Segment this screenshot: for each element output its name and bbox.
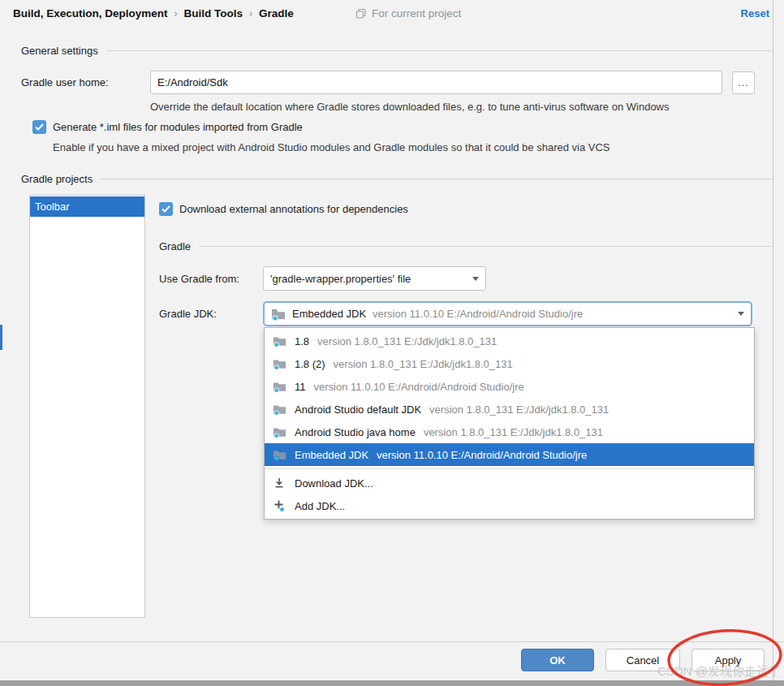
footer-divider (0, 641, 784, 642)
gradle-user-home-label: Gradle user home: (21, 76, 109, 88)
project-name: Toolbar (35, 201, 70, 213)
generate-iml-checkbox[interactable] (32, 120, 46, 134)
right-panel-divider (773, 0, 773, 680)
generate-iml-label[interactable]: Generate *.iml files for modules importe… (53, 121, 303, 133)
gradle-jdk-label: Gradle JDK: (159, 308, 217, 320)
scope-label: For current project (372, 7, 461, 19)
jdk-option-1-8-2[interactable]: 1.8 (2) version 1.8.0_131 E:/Jdk/jdk1.8.… (265, 352, 754, 375)
gradle-projects-list: Toolbar (29, 195, 145, 618)
section-divider (101, 179, 773, 179)
jdk-folder-icon (273, 380, 286, 394)
gradle-jdk-selected-name: Embedded JDK (292, 308, 366, 320)
download-jdk-option[interactable]: Download JDK... (265, 472, 754, 494)
breadcrumb: Build, Execution, Deployment › Build Too… (13, 7, 294, 19)
gradle-section-header: Gradle (159, 240, 773, 252)
watermark: CSDN @发现你走远了 (657, 664, 781, 680)
ok-button[interactable]: OK (521, 649, 594, 671)
gradle-projects-section-header: Gradle projects (21, 173, 773, 185)
download-icon (273, 477, 286, 490)
dropdown-divider (265, 468, 754, 469)
general-settings-section-header: General settings (21, 45, 773, 57)
use-gradle-from-label: Use Gradle from: (159, 273, 239, 285)
reset-link[interactable]: Reset (741, 7, 769, 19)
jdk-option-android-studio-java-home[interactable]: Android Studio java home version 1.8.0_1… (265, 421, 754, 443)
jdk-folder-icon (273, 403, 286, 416)
add-jdk-option[interactable]: Add JDK... (265, 494, 754, 517)
jdk-folder-icon (271, 308, 286, 321)
breadcrumb-item-gradle[interactable]: Gradle (259, 7, 294, 19)
jdk-option-embedded-jdk[interactable]: Embedded JDK version 11.0.10 E:/Android/… (265, 443, 754, 466)
download-annotations-checkbox[interactable] (159, 202, 173, 216)
jdk-folder-icon (273, 448, 286, 462)
chevron-down-icon (738, 312, 744, 316)
jdk-option-11[interactable]: 11 version 11.0.10 E:/Android/Android St… (265, 375, 754, 398)
use-gradle-from-value: 'gradle-wrapper.properties' file (270, 273, 466, 285)
scope-indicator: For current project (355, 7, 461, 19)
add-icon (273, 499, 286, 513)
section-title: Gradle projects (21, 173, 93, 185)
browse-button[interactable]: ... (732, 71, 755, 94)
gradle-jdk-select[interactable]: Embedded JDK version 11.0.10 E:/Android/… (263, 301, 752, 326)
jdk-folder-icon (273, 425, 286, 439)
section-divider (106, 50, 773, 51)
list-item-toolbar[interactable]: Toolbar (30, 196, 144, 217)
project-scope-icon (355, 8, 367, 19)
gradle-jdk-dropdown-popup: 1.8 version 1.8.0_131 E:/Jdk/jdk1.8.0_13… (264, 327, 755, 520)
breadcrumb-separator-icon: › (248, 8, 253, 19)
download-annotations-row: Download external annotations for depend… (159, 202, 408, 216)
chevron-down-icon (472, 277, 479, 281)
breadcrumb-separator-icon: › (174, 8, 179, 19)
gradle-user-home-input[interactable]: E:/Android/Sdk (150, 71, 722, 94)
generate-iml-hint: Enable if you have a mixed project with … (53, 141, 610, 153)
use-gradle-from-select[interactable]: 'gradle-wrapper.properties' file (263, 266, 486, 291)
gradle-jdk-selected-detail: version 11.0.10 E:/Android/Android Studi… (373, 308, 731, 320)
jdk-folder-icon (273, 334, 286, 348)
jdk-option-android-studio-default[interactable]: Android Studio default JDK version 1.8.0… (265, 398, 754, 421)
generate-iml-row: Generate *.iml files for modules importe… (32, 120, 303, 134)
jdk-folder-icon (273, 357, 286, 371)
section-title: General settings (21, 45, 98, 57)
breadcrumb-item-build-tools[interactable]: Build Tools (184, 7, 243, 19)
section-title: Gradle (159, 240, 191, 252)
download-annotations-label[interactable]: Download external annotations for depend… (179, 203, 408, 215)
window-bottom-edge (0, 680, 784, 686)
breadcrumb-item-build-execution-deployment[interactable]: Build, Execution, Deployment (13, 7, 168, 19)
gradle-user-home-hint: Override the default location where Grad… (150, 101, 670, 113)
gradle-user-home-value: E:/Android/Sdk (157, 76, 228, 88)
jdk-option-1-8[interactable]: 1.8 version 1.8.0_131 E:/Jdk/jdk1.8.0_13… (265, 330, 754, 352)
section-divider (199, 246, 773, 247)
left-selection-accent (0, 325, 2, 350)
